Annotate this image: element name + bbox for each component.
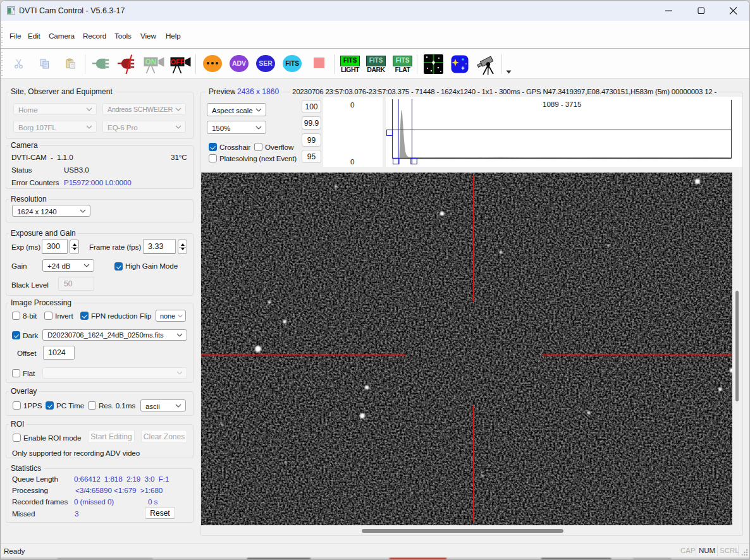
svg-text:OFF: OFF (171, 58, 185, 66)
svg-text:ON: ON (145, 58, 157, 66)
